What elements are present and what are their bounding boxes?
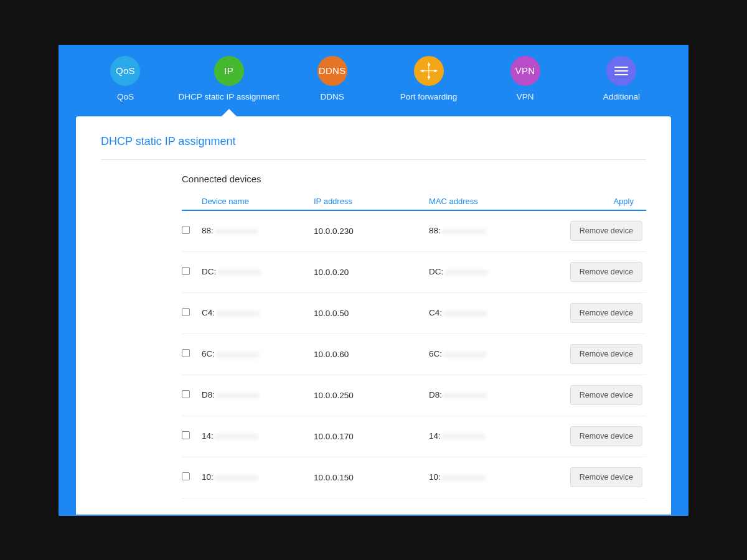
remove-device-button[interactable]: Remove device <box>570 262 642 282</box>
apply-cell: Remove device <box>557 262 646 282</box>
obscured-text <box>215 350 260 359</box>
obscured-text <box>214 226 258 236</box>
mac-address-cell: C4: <box>429 308 557 318</box>
nav-ddns-icon: DDNS <box>317 56 347 86</box>
main-panel: DHCP static IP assignment Connected devi… <box>76 116 671 515</box>
ip-address-cell: 10.0.0.50 <box>314 309 429 318</box>
table-row: 10:10.0.0.15010:Remove device <box>182 457 646 498</box>
column-device-name: Device name <box>202 197 314 206</box>
mac-address-cell: 88: <box>429 226 557 236</box>
column-mac-address: MAC address <box>429 197 557 206</box>
row-checkbox[interactable] <box>182 226 190 234</box>
ip-address-cell: 10.0.0.170 <box>314 432 429 441</box>
mac-address-cell: 14: <box>429 431 557 441</box>
section-title: Connected devices <box>182 174 646 184</box>
device-name-cell: 10: <box>202 472 314 482</box>
obscured-text <box>442 391 487 400</box>
apply-cell: Remove device <box>557 344 646 364</box>
panel-title: DHCP static IP assignment <box>101 135 646 160</box>
obscured-text <box>215 309 260 318</box>
row-checkbox-cell <box>182 308 202 318</box>
device-name-cell: C4: <box>202 308 314 318</box>
row-checkbox[interactable] <box>182 308 190 316</box>
obscured-text <box>442 350 487 359</box>
row-checkbox-cell <box>182 267 202 277</box>
ip-address-cell: 10.0.0.20 <box>314 268 429 277</box>
obscured-text <box>214 473 258 482</box>
row-checkbox[interactable] <box>182 390 190 398</box>
apply-cell: Remove device <box>557 385 646 405</box>
remove-device-button[interactable]: Remove device <box>570 303 642 323</box>
apply-cell: Remove device <box>557 303 646 323</box>
table-row: 14:10.0.0.17014:Remove device <box>182 416 646 457</box>
ip-address-cell: 10.0.0.60 <box>314 350 429 359</box>
nav-ddns[interactable]: DDNSDDNS <box>289 56 376 101</box>
mac-address-cell: 10: <box>429 472 557 482</box>
nav-dhcp-static-ip-label: DHCP static IP assignment <box>178 92 279 101</box>
ip-address-cell: 10.0.0.230 <box>314 226 429 236</box>
nav-port-forwarding[interactable]: Port forwarding <box>385 56 472 101</box>
row-checkbox-cell <box>182 226 202 236</box>
device-name-cell: 6C: <box>202 349 314 359</box>
nav-vpn-label: VPN <box>517 92 534 101</box>
remove-device-button[interactable]: Remove device <box>570 426 642 446</box>
device-name-cell: D8: <box>202 390 314 400</box>
table-header: Device name IP address MAC address Apply <box>182 193 646 211</box>
row-checkbox[interactable] <box>182 431 190 439</box>
obscured-text <box>215 391 260 400</box>
nav-qos[interactable]: QoSQoS <box>82 56 169 101</box>
obscured-text <box>214 432 258 441</box>
mac-address-cell: D8: <box>429 390 557 400</box>
table-row: C4:10.0.0.50C4:Remove device <box>182 293 646 334</box>
remove-device-button[interactable]: Remove device <box>570 221 642 241</box>
table-row: D8:10.0.0.250D8:Remove device <box>182 375 646 416</box>
obscured-text <box>443 268 488 277</box>
mac-address-cell: DC: <box>429 267 557 277</box>
table-row: 88:10.0.0.23088:Remove device <box>182 211 646 252</box>
nav-additional-label: Additional <box>603 92 640 101</box>
device-name-cell: DC: <box>202 267 314 277</box>
apply-cell: Remove device <box>557 467 646 487</box>
hamburger-icon <box>614 67 628 75</box>
nav-dhcp-static-ip[interactable]: IPDHCP static IP assignment <box>178 56 279 101</box>
row-checkbox-cell <box>182 390 202 400</box>
column-ip-address: IP address <box>314 197 429 206</box>
remove-device-button[interactable]: Remove device <box>570 467 642 487</box>
table-body: 88:10.0.0.23088:Remove deviceDC:10.0.0.2… <box>182 211 646 498</box>
ip-address-cell: 10.0.0.150 <box>314 473 429 482</box>
row-checkbox[interactable] <box>182 349 190 357</box>
nav-port-forwarding-icon <box>414 56 444 86</box>
table-row: 6C:10.0.0.606C:Remove device <box>182 334 646 375</box>
column-apply: Apply <box>557 197 646 206</box>
device-name-cell: 88: <box>202 226 314 236</box>
ip-address-cell: 10.0.0.250 <box>314 391 429 400</box>
nav-qos-label: QoS <box>117 92 134 101</box>
row-checkbox-cell <box>182 431 202 441</box>
nav-qos-icon: QoS <box>110 56 140 86</box>
row-checkbox-cell <box>182 349 202 359</box>
remove-device-button[interactable]: Remove device <box>570 344 642 364</box>
nav-additional-icon <box>606 56 636 86</box>
nav-dhcp-static-ip-icon: IP <box>214 56 244 86</box>
table-row: DC:10.0.0.20DC:Remove device <box>182 252 646 293</box>
obscured-text <box>216 268 261 277</box>
row-checkbox-cell <box>182 472 202 482</box>
nav-additional[interactable]: Additional <box>578 56 665 101</box>
row-checkbox[interactable] <box>182 472 190 480</box>
row-checkbox[interactable] <box>182 267 190 275</box>
mac-address-cell: 6C: <box>429 349 557 359</box>
obscured-text <box>441 473 486 482</box>
port-forwarding-icon <box>420 62 438 80</box>
nav-vpn-icon: VPN <box>510 56 540 86</box>
column-checkbox <box>182 197 202 206</box>
nav-vpn[interactable]: VPNVPN <box>482 56 569 101</box>
devices-table: Device name IP address MAC address Apply… <box>182 193 646 498</box>
obscured-text <box>441 432 486 441</box>
nav-port-forwarding-label: Port forwarding <box>400 92 458 101</box>
panel-content: Connected devices Device name IP address… <box>101 160 646 498</box>
apply-cell: Remove device <box>557 221 646 241</box>
obscured-text <box>442 309 487 318</box>
remove-device-button[interactable]: Remove device <box>570 385 642 405</box>
app-window: QoSQoSIPDHCP static IP assignmentDDNSDDN… <box>59 45 688 516</box>
obscured-text <box>441 226 486 236</box>
